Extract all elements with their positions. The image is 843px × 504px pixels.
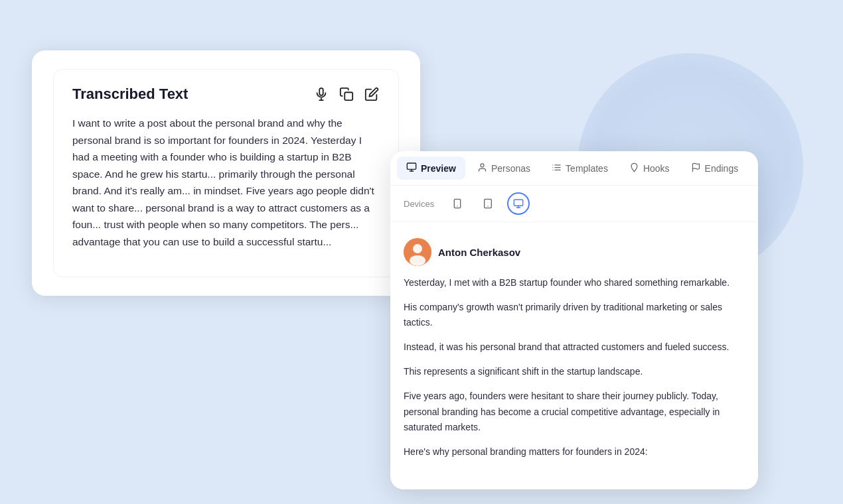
svg-point-23	[413, 244, 422, 253]
post-author-row: Anton Cherkasov	[404, 238, 745, 266]
transcribed-icons	[313, 86, 380, 102]
svg-point-24	[410, 255, 425, 266]
tab-templates[interactable]: Templates	[542, 157, 617, 180]
device-desktop-button[interactable]	[507, 192, 530, 215]
transcribed-body: I want to write a post about the persona…	[72, 115, 380, 251]
post-paragraph-2: His company's growth wasn't primarily dr…	[404, 300, 745, 330]
transcribed-title: Transcribed Text	[72, 86, 188, 103]
tab-templates-label: Templates	[566, 163, 608, 174]
svg-rect-0	[319, 88, 323, 95]
post-paragraph-1: Yesterday, I met with a B2B startup foun…	[404, 275, 745, 290]
author-avatar	[404, 238, 431, 266]
tab-preview-label: Preview	[421, 163, 456, 174]
copy-icon[interactable]	[339, 86, 354, 102]
device-bar: Devices	[390, 186, 758, 222]
svg-rect-3	[345, 92, 352, 100]
devices-label: Devices	[404, 199, 434, 209]
preview-panel: Preview Personas	[390, 151, 758, 489]
post-paragraph-5: Five years ago, founders were hesitant t…	[404, 389, 745, 434]
tab-hooks-label: Hooks	[643, 163, 670, 174]
endings-tab-icon	[691, 162, 701, 174]
templates-tab-icon	[552, 162, 562, 174]
svg-point-7	[481, 163, 484, 166]
svg-rect-4	[407, 163, 416, 169]
tab-hooks[interactable]: Hooks	[620, 157, 679, 180]
preview-tab-icon	[406, 162, 417, 174]
tab-preview[interactable]: Preview	[397, 157, 465, 180]
transcribed-card: Transcribed Text	[32, 50, 420, 296]
device-tablet-button[interactable]	[477, 192, 499, 215]
tab-personas[interactable]: Personas	[468, 157, 540, 180]
tab-bar: Preview Personas	[390, 151, 758, 186]
post-content: Yesterday, I met with a B2B startup foun…	[404, 275, 745, 460]
transcribed-header: Transcribed Text	[72, 86, 380, 103]
post-preview: Anton Cherkasov Yesterday, I met with a …	[390, 222, 758, 489]
author-name: Anton Cherkasov	[438, 247, 520, 258]
device-phone-button[interactable]	[446, 192, 469, 215]
svg-rect-19	[514, 200, 523, 206]
post-paragraph-6: Here's why personal branding matters for…	[404, 444, 745, 460]
tab-endings-label: Endings	[705, 163, 739, 174]
mic-icon[interactable]	[313, 86, 329, 102]
tab-endings[interactable]: Endings	[682, 157, 748, 180]
edit-icon[interactable]	[364, 86, 380, 102]
post-paragraph-4: This represents a significant shift in t…	[404, 364, 745, 379]
hooks-tab-icon	[629, 162, 639, 174]
tab-personas-label: Personas	[491, 163, 530, 174]
post-paragraph-3: Instead, it was his personal brand that …	[404, 340, 745, 355]
personas-tab-icon	[477, 162, 487, 174]
